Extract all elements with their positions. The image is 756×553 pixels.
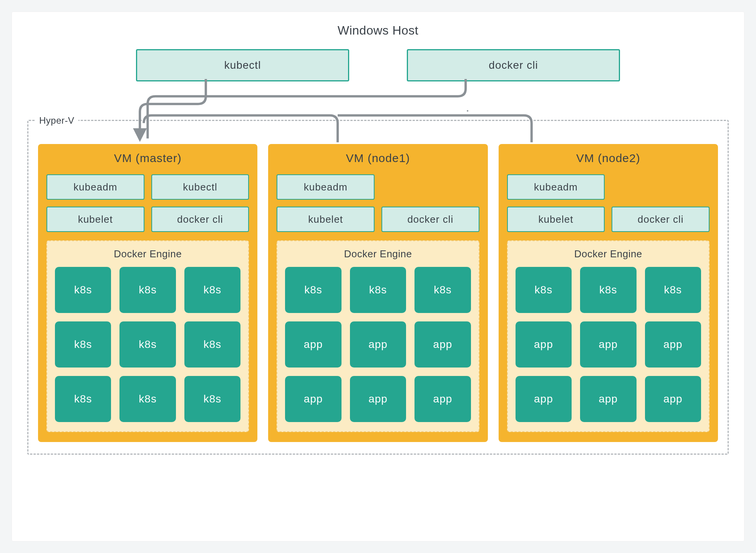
app-container: app: [285, 376, 341, 422]
app-container: app: [414, 376, 471, 422]
hyperv-label: Hyper-V: [35, 115, 78, 126]
docker-cli-box: docker cli: [381, 207, 479, 232]
kubelet-box: kubelet: [46, 207, 144, 232]
kubeadm-box: kubeadm: [277, 174, 375, 200]
k8s-container: k8s: [184, 321, 240, 368]
k8s-container: k8s: [119, 267, 176, 313]
engine-title: Docker Engine: [55, 248, 240, 260]
docker-cli-box: docker cli: [151, 207, 249, 232]
container-grid: k8s k8s k8s k8s k8s k8s k8s k8s k8s: [55, 267, 240, 422]
container-grid: k8s k8s k8s app app app app app app: [285, 267, 471, 422]
app-container: app: [516, 376, 572, 422]
host-title: Windows Host: [27, 23, 729, 38]
vm-tools: kubeadm kubelet docker cli: [507, 174, 710, 232]
k8s-container: k8s: [184, 376, 240, 422]
vm-master: VM (master) kubeadm kubectl kubelet dock…: [38, 144, 257, 442]
app-container: app: [645, 376, 701, 422]
app-container: app: [414, 321, 471, 368]
svg-point-0: [467, 110, 468, 112]
cli-row: kubectl docker cli: [27, 49, 729, 81]
k8s-container: k8s: [55, 321, 111, 368]
kubelet-box: kubelet: [277, 207, 375, 232]
vm-tools: kubeadm kubectl kubelet docker cli: [46, 174, 249, 232]
vm-title: VM (master): [46, 152, 249, 165]
hyperv-container: Hyper-V VM (master) kubeadm kubectl kube…: [27, 120, 729, 455]
docker-engine: Docker Engine k8s k8s k8s k8s k8s k8s k8…: [46, 240, 249, 432]
kubectl-box: kubectl: [151, 174, 249, 200]
kubeadm-box: kubeadm: [507, 174, 605, 200]
k8s-container: k8s: [350, 267, 406, 313]
k8s-container: k8s: [119, 376, 176, 422]
k8s-container: k8s: [119, 321, 176, 368]
vm-node2: VM (node2) kubeadm kubelet docker cli Do…: [499, 144, 718, 442]
k8s-container: k8s: [55, 267, 111, 313]
container-grid: k8s k8s k8s app app app app app app: [516, 267, 701, 422]
vm-title: VM (node2): [507, 152, 710, 165]
app-container: app: [516, 321, 572, 368]
k8s-container: k8s: [184, 267, 240, 313]
windows-host-container: Windows Host kubectl docker cli Hyper-V …: [12, 12, 744, 541]
vm-node1: VM (node1) kubeadm kubelet docker cli Do…: [268, 144, 487, 442]
docker-engine: Docker Engine k8s k8s k8s app app app ap…: [277, 240, 479, 432]
app-container: app: [580, 376, 636, 422]
kubelet-box: kubelet: [507, 207, 605, 232]
k8s-container: k8s: [516, 267, 572, 313]
k8s-container: k8s: [414, 267, 471, 313]
vm-title: VM (node1): [277, 152, 479, 165]
app-container: app: [350, 321, 406, 368]
docker-cli-box: docker cli: [407, 49, 620, 81]
k8s-container: k8s: [580, 267, 636, 313]
app-container: app: [580, 321, 636, 368]
vm-row: VM (master) kubeadm kubectl kubelet dock…: [38, 144, 718, 442]
k8s-container: k8s: [285, 267, 341, 313]
docker-engine: Docker Engine k8s k8s k8s app app app ap…: [507, 240, 710, 432]
app-container: app: [645, 321, 701, 368]
k8s-container: k8s: [645, 267, 701, 313]
kubeadm-box: kubeadm: [46, 174, 144, 200]
vm-tools: kubeadm kubelet docker cli: [277, 174, 479, 232]
docker-cli-box: docker cli: [612, 207, 710, 232]
engine-title: Docker Engine: [285, 248, 471, 260]
k8s-container: k8s: [55, 376, 111, 422]
app-container: app: [350, 376, 406, 422]
app-container: app: [285, 321, 341, 368]
kubectl-cli-box: kubectl: [136, 49, 349, 81]
engine-title: Docker Engine: [516, 248, 701, 260]
